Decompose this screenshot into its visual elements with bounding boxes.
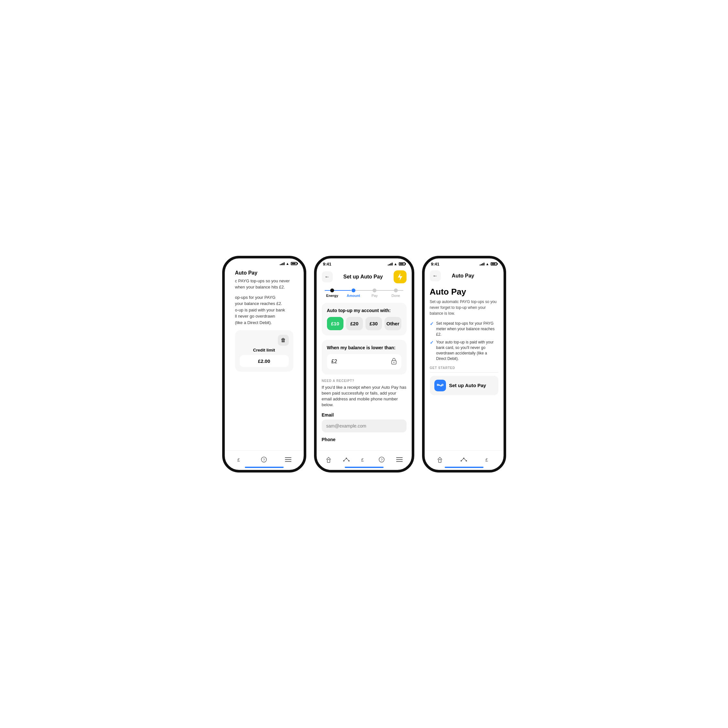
svg-line-14 <box>346 458 349 461</box>
svg-rect-5 <box>285 461 291 462</box>
check-text-1: Set repeat top-ups for your PAYG meter w… <box>436 321 499 337</box>
setup-auto-pay-button[interactable]: Set up Auto Pay <box>430 376 499 395</box>
right-network-icon <box>460 457 468 462</box>
right-signal-icon <box>480 262 485 266</box>
center-header: ← Set up Auto Pay <box>317 268 412 286</box>
receipt-section-label: NEED A RECEIPT? <box>322 379 407 382</box>
amount-10-button[interactable]: £10 <box>327 317 344 330</box>
email-input[interactable] <box>322 419 407 433</box>
svg-line-25 <box>461 458 464 461</box>
right-bottom-nav: £ <box>425 450 503 470</box>
svg-text:£: £ <box>361 457 364 462</box>
help-icon: ? <box>261 456 267 463</box>
infinity-icon <box>437 384 444 387</box>
left-nav-account[interactable]: £ <box>234 454 246 465</box>
amount-card: Auto top-up my account with: £10 £20 £30… <box>322 303 407 335</box>
svg-text:?: ? <box>263 458 265 462</box>
center-time: 9:41 <box>323 262 332 266</box>
svg-point-8 <box>393 362 394 363</box>
account-icon: £ <box>237 456 243 463</box>
trash-icon[interactable]: 🗑 <box>278 335 289 346</box>
right-nav-network[interactable] <box>458 454 470 465</box>
signal-icon <box>280 262 284 265</box>
setup-btn-icon <box>434 380 446 392</box>
left-nav-menu[interactable] <box>282 454 294 465</box>
right-header-title: Auto Pay <box>441 273 485 279</box>
left-phone: ▲ Auto Pay c PAYG top-ups so you never w… <box>222 256 306 473</box>
step-indicator: Energy Amount Pay Done <box>317 286 412 300</box>
left-credit-card: 🗑 Credit limit £2.00 <box>235 330 293 372</box>
left-bottom-nav: £ ? <box>225 450 304 470</box>
center-nav-menu[interactable] <box>394 454 405 465</box>
center-header-title: Set up Auto Pay <box>333 274 394 280</box>
svg-rect-21 <box>439 460 441 462</box>
line-pay-done <box>377 290 403 291</box>
center-lightning-button[interactable] <box>394 271 407 283</box>
network-icon <box>343 457 350 462</box>
svg-text:£: £ <box>237 457 240 462</box>
setup-btn-label: Set up Auto Pay <box>449 382 486 388</box>
right-back-button[interactable]: ← <box>430 271 441 281</box>
center-back-button[interactable]: ← <box>322 271 333 282</box>
center-phone: 9:41 ▲ ← Set up Auto Pay <box>314 256 414 473</box>
svg-text:?: ? <box>381 458 382 462</box>
center-nav-network[interactable] <box>341 454 352 465</box>
left-desc1: c PAYG top-ups so you never when your ba… <box>230 276 298 292</box>
email-label: Email <box>322 412 407 418</box>
wifi-icon: ▲ <box>286 262 289 266</box>
check-mark-2: ✓ <box>430 340 434 345</box>
center-nav-home[interactable] <box>323 454 334 465</box>
svg-rect-9 <box>327 460 330 462</box>
balance-value: £2 <box>332 359 337 364</box>
center-help-icon: ? <box>378 456 385 463</box>
right-phone: 9:41 ▲ ← Auto Pay Auto Pay Set up automa… <box>422 256 506 473</box>
line-energy-amount <box>325 290 351 291</box>
credit-value: £2.00 <box>240 355 289 367</box>
balance-card-title: When my balance is lower than: <box>327 345 401 350</box>
left-nav-help[interactable]: ? <box>258 454 270 465</box>
step-label-amount: Amount <box>347 294 360 298</box>
step-dot-energy <box>330 289 334 292</box>
svg-line-26 <box>464 458 466 461</box>
receipt-section: NEED A RECEIPT? If you'd like a receipt … <box>322 379 407 442</box>
check-text-2: Your auto top-up is paid with your bank … <box>436 340 499 361</box>
auto-pay-title: Auto Pay <box>430 287 499 297</box>
phone-label: Phone <box>322 437 407 442</box>
amount-buttons: £10 £20 £30 Other <box>327 317 401 330</box>
menu-icon <box>285 457 291 462</box>
svg-rect-18 <box>396 457 403 458</box>
step-dot-done <box>394 289 398 292</box>
amount-30-button[interactable]: £30 <box>366 317 382 330</box>
right-status-bar: 9:41 ▲ <box>425 258 503 268</box>
right-time: 9:41 <box>431 262 439 266</box>
right-account-icon: £ <box>485 456 491 463</box>
right-nav-account[interactable]: £ <box>482 454 494 465</box>
check-item-2: ✓ Your auto top-up is paid with your ban… <box>430 340 499 361</box>
auto-pay-desc: Set up automatic PAYG top-ups so you nev… <box>430 299 499 316</box>
battery-icon <box>291 262 297 265</box>
amount-card-title: Auto top-up my account with: <box>327 308 401 313</box>
svg-marker-6 <box>398 273 402 280</box>
lock-svg <box>391 357 397 364</box>
right-nav-home[interactable] <box>434 454 446 465</box>
check-item-1: ✓ Set repeat top-ups for your PAYG meter… <box>430 321 499 337</box>
right-home-icon <box>437 456 443 463</box>
balance-display: £2 <box>327 354 401 369</box>
center-wifi-icon: ▲ <box>394 262 398 266</box>
center-nav-help[interactable]: ? <box>376 454 387 465</box>
receipt-description: If you'd like a receipt when your Auto P… <box>322 385 407 408</box>
divider <box>430 372 499 373</box>
right-content: Auto Pay Set up automatic PAYG top-ups s… <box>425 284 503 450</box>
steps-line <box>325 290 404 291</box>
amount-20-button[interactable]: £20 <box>346 317 363 330</box>
center-nav-account[interactable]: £ <box>358 454 370 465</box>
center-content: Auto top-up my account with: £10 £20 £30… <box>317 300 412 450</box>
right-wifi-icon: ▲ <box>486 262 489 266</box>
amount-other-button[interactable]: Other <box>385 317 401 330</box>
lock-icon <box>391 357 397 366</box>
svg-rect-19 <box>396 459 403 460</box>
step-label-pay: Pay <box>372 294 378 298</box>
svg-rect-4 <box>285 459 291 460</box>
credit-limit-label: Credit limit <box>240 348 289 353</box>
center-nav-indicator <box>345 467 384 468</box>
